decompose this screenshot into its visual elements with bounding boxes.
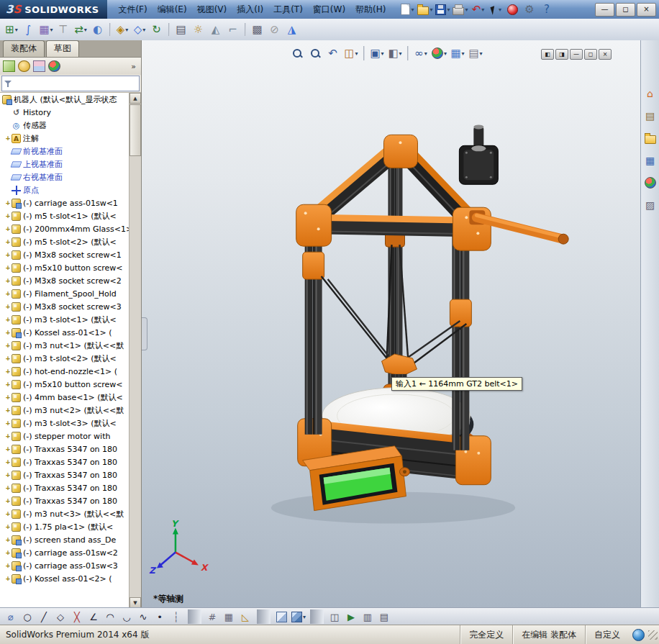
tree-item[interactable]: 传感器: [0, 119, 129, 132]
scroll-up-icon[interactable]: ▲: [129, 93, 141, 104]
instant3d-icon[interactable]: ◮: [284, 21, 300, 38]
edit-appearance-icon[interactable]: ▾: [431, 46, 447, 60]
tree-item[interactable]: + (-) screen stand ass_De: [0, 533, 129, 546]
appearances-scenes-icon[interactable]: [643, 176, 658, 190]
scrollbar-thumb[interactable]: [129, 104, 141, 156]
save-icon[interactable]: ▾: [435, 1, 450, 18]
panel-splitter-handle[interactable]: [142, 317, 147, 350]
tile-left-icon[interactable]: ◧: [541, 49, 554, 60]
tree-root[interactable]: 机器人 (默认<默认_显示状态: [0, 93, 129, 106]
scroll-down-icon[interactable]: ▼: [129, 597, 141, 608]
undo-icon[interactable]: ↶▾: [471, 1, 486, 18]
menu-item[interactable]: 文件(F): [113, 1, 152, 18]
exploded-view-icon[interactable]: ☼: [191, 21, 206, 38]
sketch-snap-icon[interactable]: #: [205, 609, 220, 624]
configurationmanager-tab-icon[interactable]: [33, 60, 45, 72]
new-document-icon[interactable]: ▾: [399, 1, 415, 18]
tree-item[interactable]: + (-) carriage ass-01sw<2: [0, 546, 129, 559]
no-external-references-icon[interactable]: ⊘: [267, 21, 283, 38]
design-library-icon[interactable]: ▤: [643, 109, 658, 123]
select-icon[interactable]: ▾: [488, 1, 504, 18]
show-hidden-components-icon[interactable]: ◐: [90, 21, 106, 38]
tree-item[interactable]: + (-) Filament_Spool_Hold: [0, 287, 129, 300]
tree-item[interactable]: + (-) M3x8 socket screw<3: [0, 300, 129, 313]
bill-of-materials-icon[interactable]: ▤: [173, 21, 189, 38]
measure-icon[interactable]: ⌐: [225, 21, 241, 38]
web-help-globe-icon[interactable]: [632, 629, 645, 641]
close-document-icon[interactable]: ×: [599, 49, 612, 60]
menu-item[interactable]: 工具(T): [268, 1, 308, 18]
tree-item[interactable]: 右视基准面: [0, 171, 129, 183]
tree-item[interactable]: History: [0, 106, 129, 119]
tree-item[interactable]: + (-) Kossel ass-01<1> (: [0, 326, 129, 339]
interference-detection-icon[interactable]: ◭: [208, 21, 224, 38]
file-explorer-icon[interactable]: [643, 131, 658, 145]
tree-item[interactable]: + (-) Traxxas 5347 on 180: [0, 481, 129, 494]
hide-show-items-icon[interactable]: ∞▾: [413, 46, 429, 60]
tree-scrollbar[interactable]: ▲ ▼: [129, 93, 141, 608]
linear-component-pattern-icon[interactable]: ▦▾: [38, 21, 54, 38]
tree-item[interactable]: + (-) m5 t-slot<1> (默认<: [0, 209, 129, 222]
maximize-button[interactable]: ◻: [616, 3, 635, 17]
display-style-icon[interactable]: ◧▾: [387, 46, 403, 60]
displaymanager-tab-icon[interactable]: [48, 60, 60, 72]
minimize-button[interactable]: —: [595, 3, 614, 17]
point-icon[interactable]: •: [153, 609, 168, 624]
status-cell[interactable]: 自定义: [585, 625, 629, 644]
close-button[interactable]: ×: [637, 3, 656, 17]
resize-grip[interactable]: [648, 630, 658, 640]
view-palette-icon[interactable]: ▦: [643, 153, 658, 168]
polygon-icon[interactable]: ◇: [53, 609, 68, 624]
tree-item[interactable]: + (-) m5x10 button screw<: [0, 261, 129, 274]
tree-item[interactable]: + (-) 1.75 pla<1> (默认<: [0, 520, 129, 533]
tree-item[interactable]: + (-) hot-end-nozzle<1> (: [0, 365, 129, 378]
tree-item[interactable]: + (-) m5 t-slot<2> (默认<: [0, 235, 129, 248]
tree-item[interactable]: + 注解: [0, 132, 129, 145]
featuremanager-tab-icon[interactable]: [3, 60, 15, 72]
print-icon[interactable]: ▾: [452, 1, 468, 18]
tree-item[interactable]: + (-) m5x10 button screw<: [0, 378, 129, 391]
tree-item[interactable]: + (-) Traxxas 5347 on 180: [0, 494, 129, 507]
spline-icon[interactable]: ∿: [136, 609, 151, 624]
tree-item[interactable]: + (-) m3 t-slot<1> (默认<: [0, 313, 129, 326]
smart-fasteners-icon[interactable]: ⊤: [55, 21, 71, 38]
centerpoint-arc-icon[interactable]: ◡: [119, 609, 135, 624]
tree-item[interactable]: + (-) carriage ass-01sw<1: [0, 196, 129, 209]
display-pane-icon[interactable]: ▥: [360, 609, 376, 624]
propertymanager-tab-icon[interactable]: [18, 60, 30, 72]
minimize-document-icon[interactable]: —: [570, 49, 583, 60]
tree-item[interactable]: + (-) m3 nut<3> (默认<<默: [0, 507, 129, 520]
window-pane-icon[interactable]: ◫: [327, 609, 342, 624]
tree-item[interactable]: + (-) Traxxas 5347 on 180: [0, 455, 129, 468]
tree-item[interactable]: + (-) m3 nut<1> (默认<<默: [0, 339, 129, 352]
view-settings-icon[interactable]: ▤▾: [468, 46, 483, 60]
menu-item[interactable]: 窗口(W): [308, 1, 350, 18]
tab-sketch[interactable]: 草图: [46, 40, 79, 57]
tree-item[interactable]: + (-) Traxxas 5347 on 180: [0, 443, 129, 455]
feature-filter-input[interactable]: [14, 77, 139, 90]
assembly-features-icon[interactable]: ◈▾: [114, 21, 130, 38]
options-icon[interactable]: ⚙: [522, 1, 538, 18]
tree-item[interactable]: + (-) Traxxas 5347 on 180: [0, 468, 129, 481]
large-assembly-mode-icon[interactable]: ▩: [250, 21, 265, 38]
open-document-icon[interactable]: ▾: [417, 1, 433, 18]
tree-item[interactable]: 前视基准面: [0, 145, 129, 158]
section-view-icon[interactable]: ◫▾: [343, 46, 359, 60]
help-icon[interactable]: ?: [540, 1, 555, 18]
zoom-to-fit-icon[interactable]: [289, 46, 305, 60]
expand-panel-icon[interactable]: »: [129, 62, 138, 71]
centerline-icon[interactable]: ┆: [169, 609, 184, 624]
new-motion-study-icon[interactable]: ↻: [149, 21, 165, 38]
tree-item[interactable]: + (-) M3x8 socket screw<1: [0, 248, 129, 261]
custom-properties-icon[interactable]: ▨: [643, 198, 658, 212]
apply-scene-icon[interactable]: ▦▾: [450, 46, 465, 60]
menu-item[interactable]: 编辑(E): [153, 1, 192, 18]
graphics-area[interactable]: Y X Z ↶◫▾▣▾◧▾∞▾▾▦▾▤▾ ◧◨—◻× 输入1 ← 1164mm …: [142, 40, 640, 608]
grid-system-icon[interactable]: ▦: [222, 609, 237, 624]
isometric-view-icon[interactable]: ▾: [291, 609, 306, 624]
circle-icon[interactable]: ○: [20, 609, 35, 624]
trim-entities-icon[interactable]: ╳: [70, 609, 85, 624]
tree-item[interactable]: 原点: [0, 183, 129, 196]
tab-assembly[interactable]: 装配体: [3, 40, 45, 57]
instant2d-icon[interactable]: ◺: [238, 609, 253, 624]
